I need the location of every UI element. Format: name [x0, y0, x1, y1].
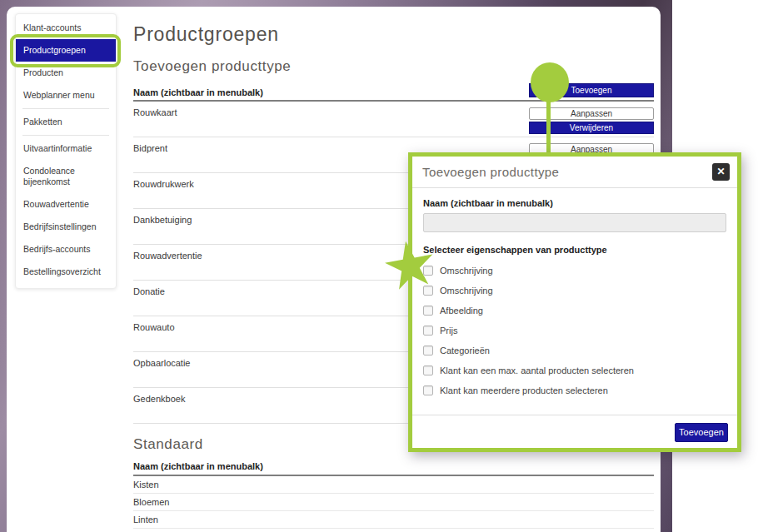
- name-field-label: Naam (zichtbaar in menubalk): [423, 198, 726, 208]
- sidebar-divider: [22, 135, 109, 136]
- sidebar-item-producten[interactable]: Producten: [16, 62, 116, 84]
- table-row: Kisten: [133, 476, 654, 494]
- checkbox-label: Afbeelding: [440, 306, 483, 316]
- producttype-section-heading: Toevoegen producttype: [133, 58, 654, 75]
- table-row: Bloemen: [133, 494, 654, 511]
- checkbox-label: Prijs: [440, 326, 457, 336]
- checkbox-row[interactable]: Omschrijving: [423, 265, 726, 276]
- close-button[interactable]: ✕: [712, 163, 730, 181]
- checkbox-row[interactable]: Klant kan een max. aantal producten sele…: [423, 365, 726, 375]
- checkbox-icon[interactable]: [423, 385, 433, 395]
- producttype-name: Dankbetuiging: [133, 215, 192, 225]
- sidebar-item-rouwadvertentie[interactable]: Rouwadvertentie: [16, 193, 116, 216]
- page-title: Productgroepen: [133, 23, 654, 46]
- screenshot-canvas: Klant-accounts Productgroepen Producten …: [0, 0, 758, 532]
- modal-footer: Toevoegen: [412, 415, 737, 448]
- annotation-callout-circle: [531, 62, 569, 102]
- producttype-name: Donatie: [133, 286, 165, 296]
- checkbox-label: Omschrijving: [440, 266, 493, 276]
- table-row: Linten: [133, 511, 654, 529]
- modal-title: Toevoegen producttype: [422, 165, 559, 179]
- name-input[interactable]: [423, 213, 726, 232]
- checkbox-row[interactable]: Categorieën: [423, 345, 726, 355]
- checkbox-label: Categorieën: [440, 346, 490, 355]
- producttype-name: Gedenkboek: [133, 394, 185, 404]
- sidebar-item-uitvaartinformatie[interactable]: Uitvaartinformatie: [16, 137, 116, 160]
- checkbox-icon[interactable]: [423, 306, 433, 316]
- producttype-name: Rouwadvertentie: [133, 251, 202, 261]
- sidebar-item-klant-accounts[interactable]: Klant-accounts: [16, 17, 116, 39]
- sidebar-item-pakketten[interactable]: Pakketten: [16, 111, 116, 133]
- table-row: Rouwkaart Aanpassen Verwijderen: [133, 102, 654, 137]
- modal-header: Toevoegen producttype ✕: [412, 157, 737, 188]
- checkbox-label: Klant kan een max. aantal producten sele…: [440, 365, 634, 375]
- producttype-name: Bidprent: [133, 143, 167, 153]
- checkbox-row[interactable]: Klant kan meerdere producten selecteren: [423, 385, 726, 395]
- checkbox-icon[interactable]: [423, 326, 433, 336]
- sidebar: Klant-accounts Productgroepen Producten …: [15, 13, 117, 289]
- modal-toevoegen-button[interactable]: Toevoegen: [675, 423, 728, 442]
- sidebar-item-webplanner-menu[interactable]: Webplanner menu: [16, 84, 116, 107]
- annotation-callout-line: [546, 93, 551, 156]
- checkbox-label: Klant kan meerdere producten selecteren: [440, 385, 608, 395]
- checkbox-row[interactable]: Afbeelding: [423, 305, 726, 316]
- column-header-naam: Naam (zichtbaar in menubalk): [133, 87, 263, 97]
- sidebar-item-bestellingsoverzicht[interactable]: Bestellingsoverzicht: [16, 261, 116, 283]
- close-icon: ✕: [716, 166, 725, 177]
- modal-body: Naam (zichtbaar in menubalk) Selecteer e…: [412, 188, 737, 395]
- checkbox-row[interactable]: Prijs: [423, 325, 726, 336]
- sidebar-divider: [22, 108, 109, 109]
- checkbox-label: Omschrijving: [440, 286, 493, 296]
- modal-toevoegen-producttype: Toevoegen producttype ✕ Naam (zichtbaar …: [408, 152, 741, 452]
- checkbox-row[interactable]: Omschrijving: [423, 285, 726, 296]
- sidebar-item-productgroepen[interactable]: Productgroepen: [16, 39, 116, 62]
- checkbox-icon[interactable]: [423, 346, 433, 355]
- sidebar-item-condoleance-bijeenkomst[interactable]: Condoleance bijeenkomst: [16, 160, 116, 193]
- producttype-name: Rouwauto: [133, 322, 175, 332]
- sidebar-item-bedrijfs-accounts[interactable]: Bedrijfs-accounts: [16, 238, 116, 261]
- annotation-star-icon: [381, 236, 438, 293]
- producttype-name: Opbaarlocatie: [133, 358, 191, 368]
- standaard-table-header: Naam (zichtbaar in menubalk): [133, 461, 654, 476]
- producttype-name: Rouwdrukwerk: [133, 179, 194, 189]
- checkbox-icon[interactable]: [423, 365, 433, 375]
- properties-label: Selecteer eigenschappen van producttype: [423, 245, 726, 255]
- sidebar-item-bedrijfsinstellingen[interactable]: Bedrijfsinstellingen: [16, 216, 116, 238]
- producttype-name: Rouwkaart: [133, 107, 177, 117]
- producttype-table-header: Naam (zichtbaar in menubalk) Toevoegen: [133, 83, 654, 102]
